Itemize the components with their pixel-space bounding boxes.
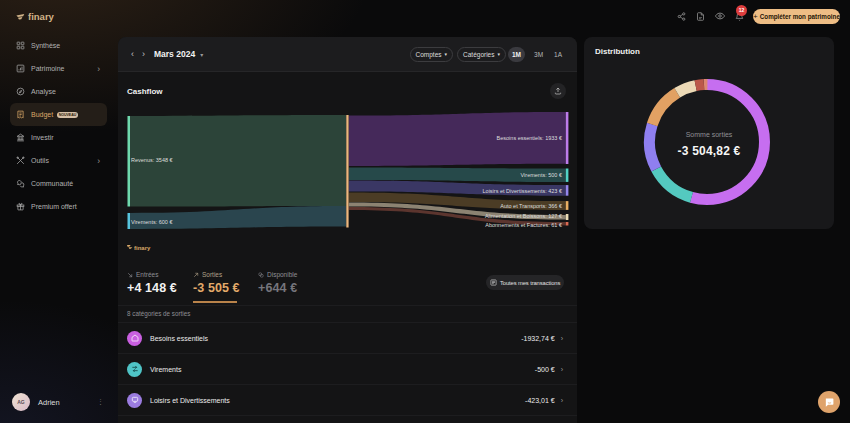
svg-text:Besoins essentiels: 1933 €: Besoins essentiels: 1933 € (497, 135, 562, 141)
svg-text:Auto et Transports: 366 €: Auto et Transports: 366 € (500, 203, 562, 209)
svg-text:finary: finary (134, 245, 151, 251)
svg-text:Loisirs et Divertissements: 42: Loisirs et Divertissements: 423 € (483, 188, 562, 194)
svg-text:Abonnements et Factures: 61 €: Abonnements et Factures: 61 € (485, 222, 562, 228)
svg-text:Virements: 500 €: Virements: 500 € (521, 172, 562, 178)
svg-text:Alimentation et Boissons: 127: Alimentation et Boissons: 127 € (485, 213, 562, 219)
svg-text:Revenus: 3548 €: Revenus: 3548 € (131, 157, 173, 163)
svg-text:Virements: 600 €: Virements: 600 € (131, 219, 172, 225)
